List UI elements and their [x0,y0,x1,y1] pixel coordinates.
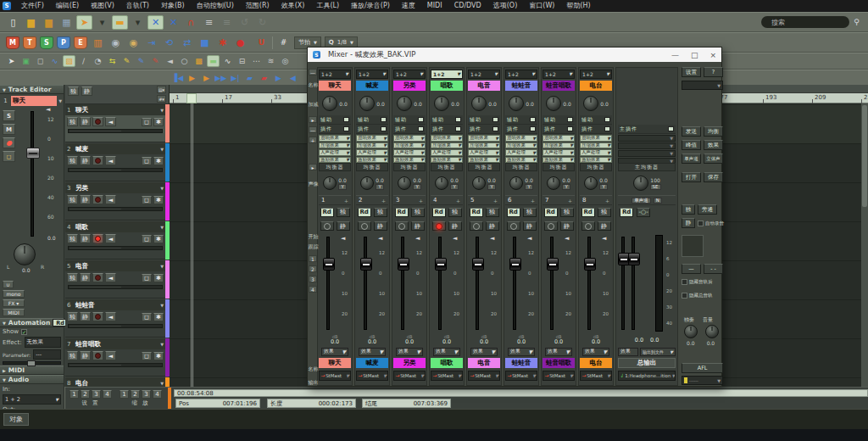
solo-button[interactable]: 独 [486,208,499,217]
channel-fader[interactable] [401,237,404,330]
new-file-icon[interactable]: ▯ [5,15,21,30]
track-volume-bar[interactable] [68,363,163,367]
plugin-slot[interactable]: 压缩效果▼ [505,142,537,149]
record-dot-icon[interactable]: ● [232,36,248,50]
automation-slider[interactable] [3,361,61,365]
chevron-down-icon[interactable]: ▼ [160,108,164,113]
mute-button[interactable]: 静 [411,221,425,231]
channel-fx-button[interactable]: 效果▼ [582,348,609,356]
fader-thumb[interactable] [398,258,409,271]
channel-name[interactable]: 另类 [393,81,426,91]
track-record-button[interactable] [92,234,103,243]
track-fx-gear-button[interactable]: ✱ [153,235,164,243]
channel-name[interactable]: 喊麦 [356,81,388,91]
plugins-collapse-button[interactable]: — [309,126,317,133]
y-button[interactable]: Y [525,184,532,190]
menu-item[interactable]: 帮助(H) [560,2,596,9]
minimize-button[interactable]: — [671,51,679,59]
object-tool-icon[interactable]: ▣ [19,55,32,67]
master-fx-button[interactable]: 效果 [618,348,638,356]
aux-label[interactable]: 辅助 [320,116,332,124]
dots-tool-icon[interactable]: ⋯ [250,55,263,67]
track-header[interactable]: 4 唱歌 ▼ [65,221,165,232]
search-input[interactable]: 搜索 [761,16,849,28]
marker-t-icon[interactable]: T [23,36,36,49]
parameter-select[interactable]: --- [33,349,61,360]
settings-gear-icon[interactable]: ✱ [214,36,231,50]
gain-knob[interactable] [322,96,337,111]
eq-button[interactable]: 均衡器 [326,164,344,171]
track-fx-gear-button[interactable]: ✱ [153,274,164,282]
plugin-slot[interactable]: 压缩效果▼ [542,142,575,149]
plugin-slot[interactable]: 激励效果▼ [505,157,537,164]
fader-thumb[interactable] [584,258,596,271]
solo-button[interactable]: 独 [560,208,574,217]
track-volume-bar[interactable] [68,168,163,172]
aux-led[interactable] [604,117,610,122]
layers-tool-icon[interactable]: ≋ [264,55,277,67]
menu-item[interactable]: 窗口(W) [523,2,560,9]
track-row[interactable]: 1 聊天 ▼ 独 静 ◄ ◻ ✱ [65,104,165,142]
solo-button[interactable]: 独 [523,208,537,217]
track-record-button[interactable] [92,351,103,360]
master-eq-label[interactable]: 主均衡器 [635,164,659,171]
track-fx-gear-button[interactable]: ✱ [153,313,164,321]
speaker-icon[interactable]: ◄ [341,235,345,242]
plugin-slot[interactable]: 人声处理▼ [393,149,426,156]
lock-tool-icon[interactable]: ▩ [192,55,205,67]
channel-name-bottom[interactable]: 电音 [468,358,500,368]
track-record-button[interactable] [92,273,103,282]
track-lock-button[interactable]: ◻ [142,313,152,321]
track-fx-gear-button[interactable]: ✱ [153,352,164,360]
pan-knob[interactable] [472,176,486,190]
plugin-slot[interactable]: 压缩效果▼ [468,142,500,149]
master-plugin-slot[interactable]: ▼ [618,135,676,142]
eq-button[interactable]: 均衡器 [550,164,568,171]
cycle-icon[interactable]: ⇄ [179,36,195,50]
menu-item[interactable]: 选项(O) [487,2,524,9]
channel-fx-button[interactable]: 效果▼ [545,348,572,356]
gain-knob[interactable] [546,96,561,111]
track-record-button[interactable] [92,117,103,126]
redo-icon[interactable]: ↻ [254,15,270,30]
lr-tool-icon[interactable]: ⇆ [106,55,119,67]
pan-knob[interactable] [398,176,411,190]
track-lock-button[interactable]: ◻ [142,196,152,204]
eq-button[interactable]: 均衡器 [476,164,493,171]
dropdown-icon[interactable]: ▾ [94,15,110,30]
channel-name-bottom[interactable]: 蛙音唱歌 [542,358,575,368]
track-monitor-button[interactable]: ◄ [105,117,116,126]
channel-fx-button[interactable]: 效果▼ [359,348,386,356]
plugin-slot[interactable]: 人声处理▼ [319,149,351,156]
magnet-icon[interactable]: U [255,36,268,48]
aux-label[interactable]: 辅助 [544,116,556,124]
gain-knob[interactable] [359,96,375,111]
channel-fx-button[interactable]: 效果▼ [508,348,535,356]
pan-knob[interactable] [360,176,374,190]
channel-fader[interactable] [587,237,591,330]
track-header[interactable]: 6 蛙蛙音 ▼ [65,299,165,310]
solo-button[interactable]: 独 [374,208,387,217]
track-mute-button[interactable]: 静 [80,117,91,126]
wave-tool-icon[interactable]: ∿ [221,55,234,67]
aux-led[interactable] [381,117,387,122]
marker-e-icon[interactable]: E [74,36,87,49]
afl-button[interactable]: AFL [682,363,723,373]
plugin-slot[interactable]: 人声处理▼ [356,149,388,156]
preset-1-button[interactable]: 1 [70,390,79,399]
master-link-button[interactable]: -○- [637,208,650,217]
mixer-title-bar[interactable]: S Mixer - 喊麦效果_BAK.VIP — □ × [308,47,721,62]
ungroup-list-icon[interactable]: ≡ [219,15,235,30]
plugin-slot[interactable]: 压缩效果▼ [319,142,351,149]
plugin-slot[interactable]: 压缩效果▼ [580,142,612,149]
pan-knob[interactable] [584,176,598,190]
channel-fader[interactable] [550,237,554,330]
automation-header[interactable]: ▼ Automation Rd [0,318,64,327]
track-solo-button[interactable]: 独 [67,273,78,282]
mute-tool-icon[interactable]: ◄ [164,55,176,67]
preset-1-button[interactable]: 1 [120,390,129,399]
snap-magnet-icon[interactable]: ∩ [183,15,199,30]
midi-button[interactable]: MIDI [3,309,25,316]
position-readout[interactable]: Pos 007:01:196 [175,399,260,408]
chevron-down-icon[interactable]: ▼ [160,303,164,308]
